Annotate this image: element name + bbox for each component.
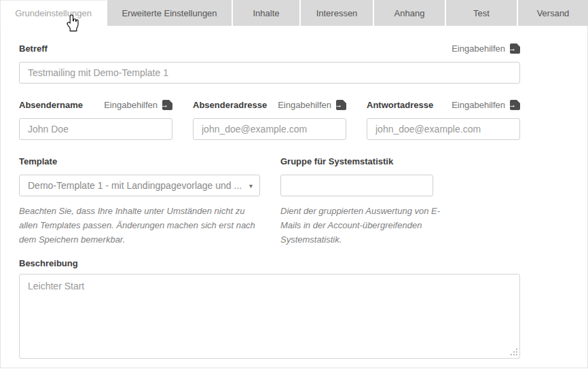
settings-tabbar: Grundeinstellungen Erweiterte Einstellun… <box>0 0 588 26</box>
tab-versand[interactable]: Versand <box>518 0 588 26</box>
eingabehilfen-label: Eingabehilfen <box>278 100 331 110</box>
gruppe-input[interactable] <box>280 175 433 196</box>
gruppe-label: Gruppe für Systemstatistik <box>280 156 393 166</box>
eingabehilfen-label: Eingabehilfen <box>452 100 505 110</box>
tab-test[interactable]: Test <box>446 0 517 26</box>
absenderadresse-field: Absenderadresse Eingabehilfen <box>193 100 346 140</box>
beschreibung-section: Beschreibung Leichter Start <box>19 258 520 359</box>
template-select[interactable]: Demo-Template 1 - mit Landingpagevorlage… <box>19 175 260 196</box>
eingabehilfen-label: Eingabehilfen <box>452 43 505 54</box>
tab-interessen[interactable]: Interessen <box>301 0 373 26</box>
betreff-label: Betreff <box>19 43 48 54</box>
tab-anhang[interactable]: Anhang <box>374 0 445 26</box>
absendername-eingabehilfen-link[interactable]: Eingabehilfen <box>104 100 172 110</box>
antwortadresse-eingabehilfen-link[interactable]: Eingabehilfen <box>452 100 520 110</box>
grundeinstellungen-panel: Betreff Eingabehilfen Absendername Einga… <box>0 26 588 368</box>
antwortadresse-field: Antwortadresse Eingabehilfen <box>367 100 520 140</box>
tab-grundeinstellungen[interactable]: Grundeinstellungen <box>0 0 106 26</box>
arrow-into-page-icon <box>336 100 346 110</box>
template-help-text: Beachten Sie, dass Ihre Inhalte unter Um… <box>19 204 260 247</box>
beschreibung-textarea[interactable]: Leichter Start <box>19 274 520 359</box>
gruppe-field: Gruppe für Systemstatistik Dient der gru… <box>280 156 452 247</box>
absenderadresse-eingabehilfen-link[interactable]: Eingabehilfen <box>278 100 346 110</box>
absendername-input[interactable] <box>19 118 172 140</box>
template-row: Template Demo-Template 1 - mit Landingpa… <box>19 156 520 247</box>
absendername-label: Absendername <box>19 100 83 110</box>
chevron-down-icon: ▾ <box>249 182 253 190</box>
antwortadresse-label: Antwortadresse <box>367 100 433 110</box>
antwortadresse-input[interactable] <box>367 118 520 140</box>
absenderadresse-input[interactable] <box>193 118 346 140</box>
gruppe-help-text: Dient der gruppierten Auswertung von E-M… <box>280 204 450 247</box>
absendername-field: Absendername Eingabehilfen <box>19 100 172 140</box>
beschreibung-label: Beschreibung <box>19 258 78 268</box>
arrow-into-page-icon <box>162 100 172 110</box>
tab-erweiterte-einstellungen[interactable]: Erweiterte Einstellungen <box>107 0 232 26</box>
textarea-resize-handle[interactable] <box>516 354 517 355</box>
arrow-into-page-icon <box>510 100 520 110</box>
eingabehilfen-label: Eingabehilfen <box>104 100 158 110</box>
template-selected-option: Demo-Template 1 - mit Landingpagevorlage… <box>28 180 242 191</box>
tab-inhalte[interactable]: Inhalte <box>233 0 299 26</box>
arrow-into-page-icon <box>510 43 520 54</box>
template-field: Template Demo-Template 1 - mit Landingpa… <box>19 156 260 247</box>
betreff-input[interactable] <box>19 62 520 84</box>
betreff-section: Betreff Eingabehilfen <box>19 43 520 84</box>
betreff-eingabehilfen-link[interactable]: Eingabehilfen <box>452 43 520 54</box>
absenderadresse-label: Absenderadresse <box>193 100 267 110</box>
sender-row: Absendername Eingabehilfen Absenderadres… <box>19 100 520 140</box>
template-label: Template <box>19 156 57 166</box>
